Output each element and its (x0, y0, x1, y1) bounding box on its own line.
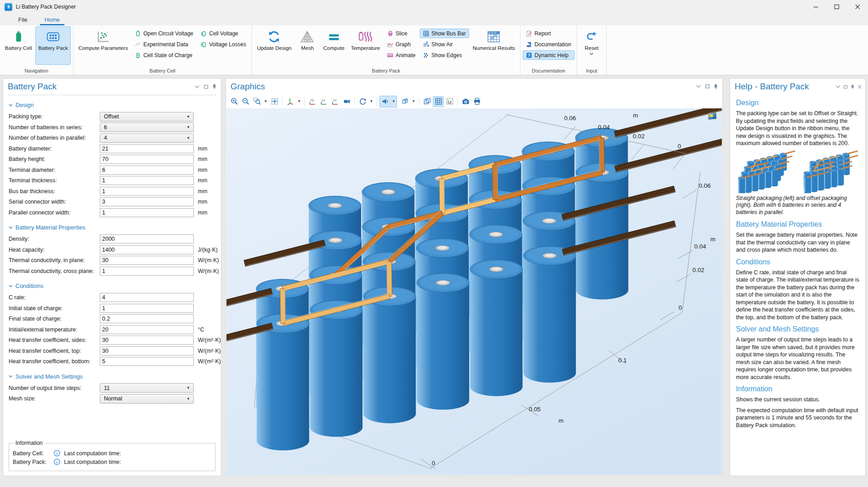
ribbon-group-label: Battery Cell (76, 68, 250, 75)
go-to-default-3d-view-button[interactable] (285, 96, 296, 107)
view-xz-button[interactable]: xz (330, 96, 341, 107)
text-input[interactable] (100, 325, 194, 334)
zoom-box-dropdown[interactable]: ▼ (263, 96, 269, 107)
panel-float-icon[interactable] (705, 84, 710, 88)
zoom-in-button[interactable] (229, 96, 240, 107)
graph-button[interactable]: Graph (384, 39, 419, 49)
compute-button[interactable]: Compute (320, 26, 347, 65)
slice-button[interactable]: Slice (384, 29, 419, 38)
view-xy-icon: xy (309, 97, 317, 105)
panel-collapse-icon[interactable] (195, 85, 200, 88)
minimize-button[interactable] (805, 0, 826, 14)
panel-collapse-icon[interactable] (696, 85, 701, 88)
experimental-data-button[interactable]: Experimental Data (132, 39, 196, 49)
scene-light-button[interactable] (399, 96, 410, 107)
panel-float-icon[interactable] (204, 85, 208, 89)
scene-camera-button[interactable] (341, 96, 352, 107)
panel-pin-icon[interactable] (212, 84, 216, 89)
default-view-dropdown[interactable]: ▼ (296, 96, 302, 107)
rotate-dropdown[interactable]: ▼ (368, 96, 374, 107)
section-header-conditions[interactable]: Conditions (9, 282, 216, 289)
compute-icon (327, 29, 341, 44)
text-input[interactable] (100, 336, 194, 345)
show-edges-button[interactable]: Show Edges (420, 50, 469, 60)
view-yz-button[interactable]: yz (319, 96, 329, 107)
numerical-results-button[interactable]: Numerical Results (470, 26, 518, 65)
text-input[interactable] (100, 314, 194, 323)
cell-state-of-charge-button[interactable]: Cell State of Charge (132, 50, 196, 60)
text-input[interactable] (100, 166, 194, 175)
print-button[interactable] (471, 96, 482, 107)
view-xy-button[interactable]: xy (307, 96, 318, 107)
dropdown[interactable]: 6▼ (100, 122, 194, 132)
panel-close-icon[interactable] (858, 85, 862, 89)
battery-pack-settings-panel: Battery Pack Design Packing type:Offset▼… (3, 78, 221, 476)
scene-light-dropdown[interactable]: ▼ (411, 96, 417, 107)
text-input[interactable] (100, 267, 194, 276)
panel-float-icon[interactable] (843, 85, 848, 89)
help-heading-conditions: Conditions (736, 258, 859, 266)
show-bus-bar-button[interactable]: Show Bus Bar (420, 29, 469, 38)
dropdown[interactable]: 4▼ (100, 133, 194, 143)
dynamic-help-button[interactable]: ? Dynamic Help (523, 50, 574, 60)
zoom-out-button[interactable] (240, 96, 251, 107)
open-circuit-voltage-button[interactable]: Open Circuit Voltage (132, 29, 196, 38)
text-input[interactable] (100, 293, 194, 302)
field-label: Serial connector width: (9, 199, 100, 205)
mesh-button[interactable]: Mesh (295, 26, 319, 65)
form-row: Final state of charge: (9, 314, 216, 323)
show-air-button[interactable]: Show Air (420, 39, 469, 49)
section-header-design[interactable]: Design (9, 102, 216, 108)
maximize-button[interactable] (826, 0, 847, 14)
report-button[interactable]: Report (523, 29, 574, 38)
sound-toggle-button[interactable] (380, 96, 391, 107)
documentation-button[interactable]: Documentation (523, 39, 574, 49)
text-input[interactable] (100, 245, 194, 254)
unit-label: mm (198, 188, 207, 195)
section-header-solver[interactable]: Solver and Mesh Settings (9, 373, 216, 380)
section-header-material[interactable]: Battery Material Properties (9, 224, 216, 231)
chevron-down-icon (9, 285, 13, 287)
chevron-down-icon: ▼ (186, 386, 193, 390)
graphics-canvas[interactable]: 0.060.040.020m0.06m0.040.0200.10.05m0 (226, 108, 722, 475)
menu-tab-home[interactable]: Home (38, 15, 66, 25)
rotate-button[interactable] (357, 96, 368, 107)
dropdown[interactable]: Offset▼ (100, 112, 194, 122)
text-input[interactable] (100, 357, 194, 366)
dropdown[interactable]: Normal▼ (100, 394, 194, 404)
text-input[interactable] (100, 234, 194, 244)
battery-pack-button[interactable]: Battery Pack (35, 26, 70, 65)
zoom-box-button[interactable] (251, 96, 262, 107)
battery-cell-button[interactable]: Battery Cell (2, 26, 34, 65)
text-input[interactable] (100, 187, 194, 196)
animate-button[interactable]: Animate (384, 50, 419, 60)
show-frame-button[interactable] (422, 96, 432, 107)
text-input[interactable] (100, 197, 194, 206)
sound-dropdown[interactable]: ▼ (391, 96, 397, 107)
panel-collapse-icon[interactable] (836, 85, 840, 88)
voltage-losses-button[interactable]: Voltage Losses (197, 39, 249, 49)
dropdown[interactable]: 11▼ (100, 383, 194, 393)
plot-thumbnail-button[interactable] (707, 112, 717, 120)
text-input[interactable] (100, 304, 194, 313)
cell-voltage-button[interactable]: Cell Voltage (197, 29, 249, 38)
text-input[interactable] (100, 176, 194, 185)
panel-pin-icon[interactable] (714, 84, 718, 89)
close-button[interactable] (847, 0, 868, 14)
snapshot-button[interactable] (460, 96, 471, 107)
ribbon-group-documentation: Report Documentation ? Dynamic Help Docu… (520, 25, 577, 75)
panel-pin-icon[interactable] (851, 84, 854, 89)
text-input[interactable] (100, 155, 194, 164)
text-input[interactable] (100, 144, 194, 153)
menu-tab-file[interactable]: File (12, 15, 34, 25)
show-axes-button[interactable] (444, 96, 455, 107)
temperature-button[interactable]: Temperature (348, 26, 383, 65)
text-input[interactable] (100, 208, 194, 217)
text-input[interactable] (100, 346, 194, 356)
reset-button[interactable]: Reset (579, 26, 604, 65)
compute-parameters-button[interactable]: Compute Parameters (76, 26, 131, 65)
zoom-extents-button[interactable] (269, 96, 280, 107)
show-grid-button[interactable] (433, 96, 444, 107)
text-input[interactable] (100, 256, 194, 265)
update-design-button[interactable]: Update Design (254, 26, 294, 65)
